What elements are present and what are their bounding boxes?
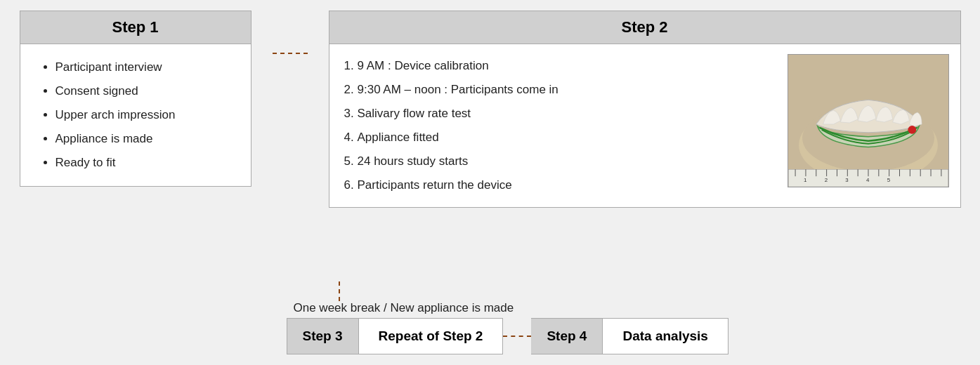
step3-label: Step 3 bbox=[287, 318, 359, 354]
svg-text:1: 1 bbox=[803, 177, 806, 183]
list-item: 9:30 AM – noon : Participants come in bbox=[358, 78, 780, 102]
step3-content: Repeat of Step 2 bbox=[359, 318, 504, 354]
list-item: Salivary flow rate test bbox=[358, 102, 780, 126]
step2-header: Step 2 bbox=[329, 11, 960, 44]
svg-text:3: 3 bbox=[845, 177, 849, 183]
svg-text:2: 2 bbox=[824, 177, 827, 183]
list-item: Participant interview bbox=[55, 55, 237, 79]
step2-box: Step 2 9 AM : Device calibration 9:30 AM… bbox=[329, 11, 961, 208]
vertical-connector bbox=[339, 281, 340, 301]
dashed-line-h bbox=[273, 53, 308, 54]
step4-label: Step 4 bbox=[531, 318, 603, 354]
bottom-section: One week break / New appliance is made S… bbox=[20, 281, 961, 354]
step2-list: 9 AM : Device calibration 9:30 AM – noon… bbox=[341, 54, 780, 197]
break-text: One week break / New appliance is made bbox=[294, 301, 514, 315]
bottom-dashed-connector bbox=[503, 336, 531, 337]
step4-content: Data analysis bbox=[603, 318, 728, 354]
list-item: 9 AM : Device calibration bbox=[358, 54, 780, 78]
list-item: Appliance is made bbox=[55, 127, 237, 151]
step2-body: 9 AM : Device calibration 9:30 AM – noon… bbox=[329, 44, 960, 207]
list-item: Ready to fit bbox=[55, 151, 237, 175]
list-item: Appliance fitted bbox=[358, 126, 780, 150]
top-row: Step 1 Participant interview Consent sig… bbox=[20, 11, 961, 276]
svg-text:5: 5 bbox=[887, 177, 890, 183]
step1-header: Step 1 bbox=[20, 11, 251, 44]
bottom-boxes-row: Step 3 Repeat of Step 2 Step 4 Data anal… bbox=[287, 318, 729, 354]
svg-point-3 bbox=[908, 126, 916, 134]
h-connector bbox=[273, 11, 308, 54]
list-item: Participants return the device bbox=[358, 173, 780, 197]
step1-body: Participant interview Consent signed Upp… bbox=[20, 44, 251, 186]
svg-text:4: 4 bbox=[866, 177, 870, 183]
step1-box: Step 1 Participant interview Consent sig… bbox=[20, 11, 251, 187]
list-item: Consent signed bbox=[55, 79, 237, 103]
list-item: Upper arch impression bbox=[55, 103, 237, 127]
break-text-row: One week break / New appliance is made bbox=[287, 301, 514, 315]
dental-image: 1 2 3 4 5 bbox=[788, 54, 949, 187]
list-item: 24 hours study starts bbox=[358, 150, 780, 173]
diagram-container: Step 1 Participant interview Consent sig… bbox=[20, 11, 961, 354]
